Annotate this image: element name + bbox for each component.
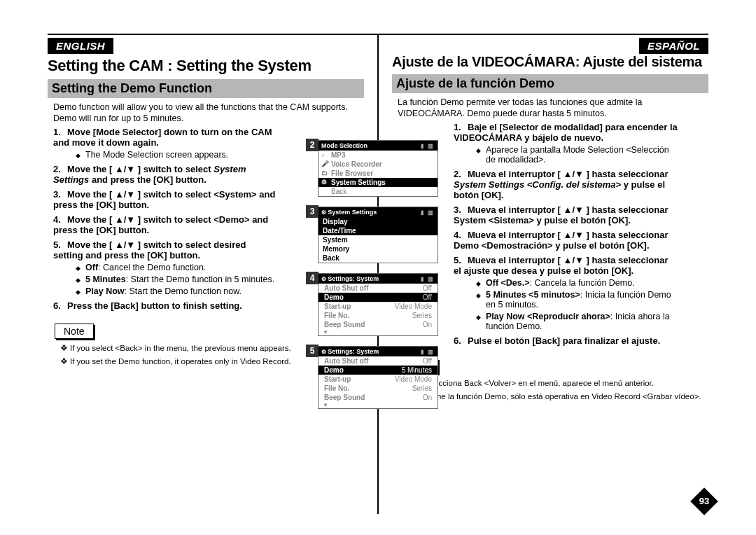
note-label-en: Note — [55, 324, 94, 339]
screen-title: Mode Selection — [321, 142, 368, 149]
shot-5: 5 ⚙ Settings: System▮ ▥ Auto Shut offOff… — [318, 346, 438, 409]
step-badge: 2 — [306, 139, 318, 151]
notes-es: Si selecciona Back <Volver> en el menú, … — [405, 378, 708, 402]
shot-4: 4 ⚙ Settings: System▮ ▥ Auto Shut offOff… — [318, 273, 438, 336]
title-es: Ajuste de la VIDEOCÁMARA: Ajuste del sis… — [392, 54, 708, 70]
page-number: 93 — [694, 492, 714, 511]
intro-en: Demo function will allow you to view all… — [53, 102, 364, 124]
screen-title: Settings: System — [328, 275, 379, 282]
step-badge: 4 — [306, 272, 318, 284]
lang-badge-en: ENGLISH — [48, 38, 113, 54]
screen-title: Settings: System — [328, 348, 379, 355]
manual-page: 2 Mode Selection▮ ▥ ♪MP3 🎤Voice Recorder… — [0, 0, 756, 535]
step-badge: 3 — [306, 205, 318, 218]
center-screenshots: 2 Mode Selection▮ ▥ ♪MP3 🎤Voice Recorder… — [318, 140, 438, 419]
shot-3: 3 ⚙ System Settings▮ ▥ Display Date/Time… — [318, 207, 438, 263]
title-en: Setting the CAM : Setting the System — [48, 57, 364, 75]
step-badge: 5 — [306, 345, 318, 357]
subtitle-es: Ajuste de la función Demo — [392, 74, 708, 93]
subtitle-en: Setting the Demo Function — [48, 79, 364, 98]
shot-2: 2 Mode Selection▮ ▥ ♪MP3 🎤Voice Recorder… — [318, 140, 438, 197]
status-icons: ▮ ▥ — [421, 143, 435, 149]
steps-en: 1.Move [Mode Selector] down to turn on t… — [53, 127, 277, 311]
lang-badge-es: ESPAÑOL — [639, 38, 708, 54]
intro-es: La función Demo permite ver todas las fu… — [398, 97, 708, 119]
screen-title: System Settings — [328, 209, 377, 216]
steps-es: 1.Baje el [Selector de modalidad] para e… — [454, 122, 678, 346]
